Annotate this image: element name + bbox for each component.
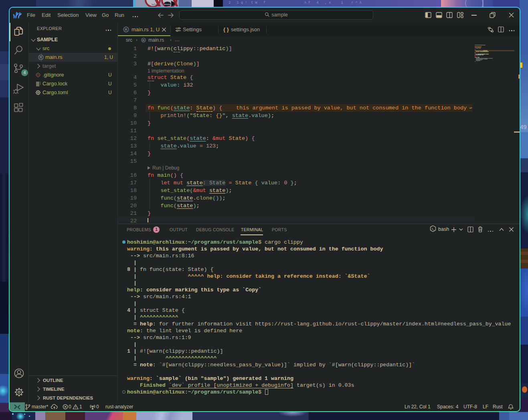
svg-text:R: R bbox=[125, 28, 127, 32]
svg-text:R: R bbox=[142, 38, 145, 42]
svg-text:R: R bbox=[40, 55, 42, 59]
